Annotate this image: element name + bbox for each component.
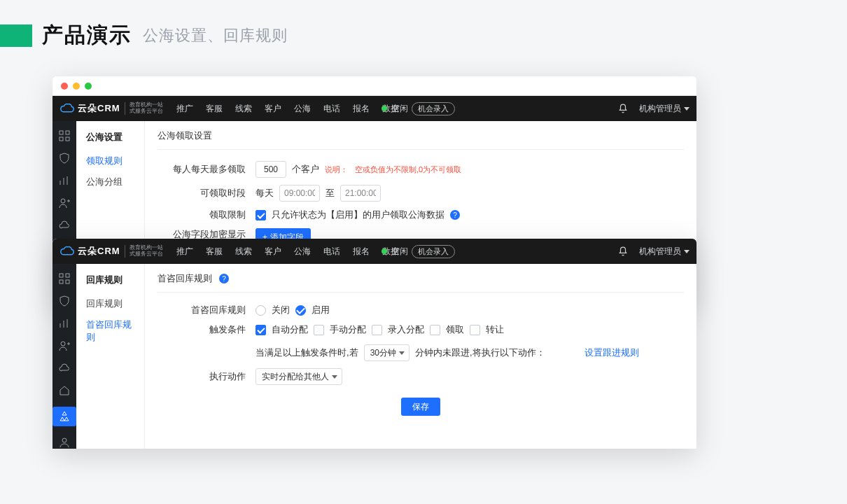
select-minutes[interactable]: 30分钟 [364,344,410,361]
check-auto-assign[interactable] [255,325,266,335]
nav-signup[interactable]: 报名 [353,103,370,115]
rail-shield-icon[interactable] [58,295,71,307]
nav-public-sea[interactable]: 公海 [294,103,311,115]
bell-icon[interactable] [618,246,628,256]
nav-leads[interactable]: 线索 [235,103,252,115]
radio-off[interactable] [255,305,266,316]
check-entry-assign-label: 录入分配 [388,323,424,336]
label-trigger: 触发条件 [158,323,255,336]
accent-bar [0,24,32,47]
restriction-text: 只允许状态为【启用】的用户领取公海数据 [272,209,444,221]
logo[interactable]: 云朵CRM 教育机构一站式服务云平台 [52,102,170,115]
content-header: 首咨回库规则 [158,272,212,285]
window-return-rules: 云朵CRM 教育机构一站式服务云平台 推广 客服 线索 客户 公海 电话 报名 … [52,239,696,449]
help-icon[interactable]: ? [450,210,460,220]
radio-off-label: 关闭 [272,304,290,316]
check-manual-assign[interactable] [314,325,324,335]
user-menu[interactable]: 机构管理员 [639,103,690,115]
svg-point-10 [61,342,65,346]
check-entry-assign[interactable] [372,325,382,335]
input-daily-limit[interactable] [255,161,286,178]
rail-recycle-icon[interactable] [52,407,76,426]
page-title: 产品演示 [42,21,132,50]
nav-opportunity-chip[interactable]: 机会录入 [412,102,455,115]
check-only-enabled[interactable] [255,210,266,220]
rail-cloud-icon[interactable] [58,362,71,374]
nav-links: 推广 客服 线索 客户 公海 电话 报名 数据 机会录入 [170,245,461,258]
logo-subtext: 教育机构一站式服务云平台 [125,245,163,258]
nav-opportunity-chip[interactable]: 机会录入 [412,245,455,258]
link-set-followup-rule[interactable]: 设置跟进规则 [584,346,639,359]
nav-leads[interactable]: 线索 [235,246,252,258]
side-item-claim-rules[interactable]: 领取规则 [76,150,144,172]
nav-service[interactable]: 客服 [206,246,223,258]
svg-rect-1 [66,131,69,134]
input-time-from[interactable] [279,185,320,202]
window-zoom-icon[interactable] [85,83,92,90]
rail-cloud-icon[interactable] [58,219,71,232]
chevron-down-icon [684,250,690,253]
rail-user-add-icon[interactable] [58,197,71,209]
nav-service[interactable]: 客服 [206,103,223,115]
nav-call[interactable]: 电话 [323,103,340,115]
bell-icon[interactable] [618,104,628,113]
svg-rect-7 [66,274,69,277]
rail-grid-icon[interactable] [58,130,71,142]
save-button[interactable]: 保存 [401,398,440,416]
check-auto-assign-label: 自动分配 [272,323,308,336]
rail-chart-icon[interactable] [58,317,71,330]
side-menu: 回库规则 回库规则 首咨回库规则 [76,264,145,449]
label-daily-limit: 每人每天最多领取 [158,163,255,176]
label-enable-rule: 首咨回库规则 [158,304,255,316]
limit-hint: 空或负值为不限制,0为不可领取 [355,164,461,175]
logo[interactable]: 云朵CRM 教育机构一站式服务云平台 [52,245,170,258]
side-item-groups[interactable]: 公海分组 [76,172,144,192]
status-indicator-icon [382,106,387,111]
side-menu-header: 回库规则 [76,274,144,293]
nav-promo[interactable]: 推广 [176,103,193,115]
rail-home-icon[interactable] [58,384,71,397]
check-claim-label: 领取 [446,323,464,336]
unit-text: 个客户 [292,163,319,176]
time-to-word: 至 [326,187,335,200]
user-menu[interactable]: 机构管理员 [639,246,690,258]
input-time-to[interactable] [340,185,381,202]
window-minimize-icon[interactable] [73,83,80,90]
svg-point-11 [62,438,66,442]
nav-signup[interactable]: 报名 [353,246,370,258]
window-close-icon[interactable] [61,83,68,90]
status-indicator-icon [382,248,387,254]
logo-text: 云朵CRM [78,245,120,258]
check-transfer-label: 转让 [486,323,504,336]
svg-rect-3 [66,137,69,141]
rail-user-add-icon[interactable] [58,340,71,352]
radio-on-label: 启用 [312,304,330,316]
nav-customers[interactable]: 客户 [265,103,281,115]
help-icon[interactable]: ? [219,274,229,284]
top-nav: 云朵CRM 教育机构一站式服务云平台 推广 客服 线索 客户 公海 电话 报名 … [52,239,696,264]
side-item-return-rules[interactable]: 回库规则 [76,293,144,314]
icon-rail [52,264,76,449]
rail-shield-icon[interactable] [58,152,71,164]
radio-on[interactable] [295,305,306,316]
top-nav: 云朵CRM 教育机构一站式服务云平台 推广 客服 线索 客户 公海 电话 报名 … [52,96,696,121]
svg-point-4 [61,199,65,203]
check-claim[interactable] [430,325,440,335]
svg-rect-9 [66,280,69,284]
nav-public-sea[interactable]: 公海 [294,246,311,258]
select-action[interactable]: 实时分配给其他人 [255,368,342,385]
check-transfer[interactable] [470,325,480,335]
hint-lead: 说明： [325,164,348,175]
rail-grid-icon[interactable] [58,272,71,285]
chevron-down-icon [684,107,690,111]
svg-rect-2 [59,137,63,141]
nav-call[interactable]: 电话 [323,246,340,258]
check-manual-assign-label: 手动分配 [330,323,366,336]
side-item-first-consult-rules[interactable]: 首咨回库规则 [76,314,144,348]
time-every: 每天 [255,187,274,200]
rail-chart-icon[interactable] [58,174,71,187]
nav-customers[interactable]: 客户 [265,246,281,258]
nav-promo[interactable]: 推广 [176,246,193,258]
rail-person-icon[interactable] [58,436,71,449]
cloud-logo-icon [59,103,75,114]
